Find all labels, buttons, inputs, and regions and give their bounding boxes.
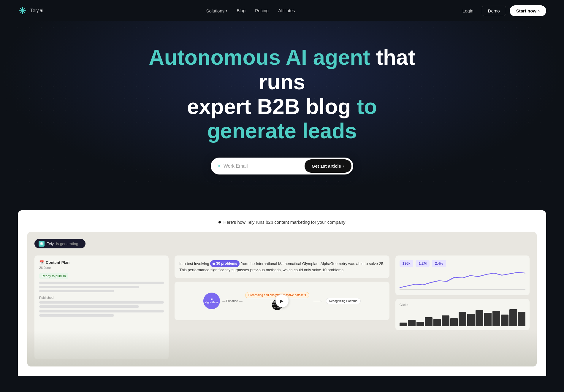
start-now-button[interactable]: Start now › — [510, 5, 546, 16]
charts-panel: 136k 1.2M 2.4% Clicks — [395, 255, 530, 359]
skeleton-lines-1 — [39, 282, 164, 292]
highlight-badge: 30 problems — [210, 260, 240, 267]
affiliates-link[interactable]: Affiliates — [278, 8, 295, 13]
clicks-chart: Clicks — [395, 299, 530, 330]
nav-links: Solutions ▾ Blog Pricing Affiliates — [206, 8, 295, 13]
hero-section: Autonomous AI agent that runs expert B2B… — [0, 21, 564, 192]
svg-point-4 — [22, 10, 23, 12]
flow-diagram: ▶ AI algorithms — Enhance —› Processing … — [175, 282, 389, 320]
email-form: ✳ Get 1st article › — [211, 158, 353, 174]
tely-badge: Tely is generating... — [34, 239, 85, 248]
skeleton-lines-2 — [39, 301, 164, 308]
solutions-menu[interactable]: Solutions ▾ — [206, 8, 227, 13]
flow-arrow-icon: ——› — [312, 299, 324, 303]
navigation: Tely.ai Solutions ▾ Blog Pricing Affilia… — [0, 0, 564, 21]
play-icon: ▶ — [280, 299, 283, 303]
chevron-down-icon: ▾ — [226, 9, 227, 12]
tely-logo-icon — [39, 241, 45, 247]
demo-content-area: Tely is generating... 📅 Content Plan 26 … — [27, 232, 537, 366]
calendar-icon: 📅 — [39, 260, 44, 265]
logo-text: Tely.ai — [30, 8, 43, 13]
arrow-right-icon: › — [343, 164, 344, 169]
login-button[interactable]: Login — [458, 6, 478, 16]
get-article-button[interactable]: Get 1st article › — [305, 159, 351, 173]
nav-actions: Login Demo Start now › — [458, 5, 546, 16]
demo-button[interactable]: Demo — [482, 6, 506, 16]
dot-icon — [218, 221, 221, 223]
flow-node-ai: AI algorithms — [203, 293, 220, 309]
article-text-block: In a test involving 30 problems from the… — [175, 255, 389, 278]
blog-link[interactable]: Blog — [237, 8, 245, 13]
ready-to-publish-badge: Ready to publish — [39, 273, 68, 279]
content-plan-header: 📅 Content Plan — [39, 260, 164, 265]
pricing-link[interactable]: Pricing — [255, 8, 269, 13]
asterisk-icon: ✳ — [217, 163, 221, 169]
article-panel: In a test involving 30 problems from the… — [175, 255, 389, 359]
line-chart — [400, 270, 525, 291]
bar-chart — [400, 308, 525, 326]
recognizing-tag: Recognizing Patterns — [326, 298, 361, 304]
content-plan-panel: 📅 Content Plan 26 June Ready to publish … — [34, 255, 169, 359]
demo-subtitle: Here's how Tely runs b2b content marketi… — [27, 220, 537, 225]
play-button[interactable]: ▶ — [275, 294, 289, 307]
skeleton-lines-3 — [39, 310, 164, 317]
stats-chart: 136k 1.2M 2.4% — [395, 255, 530, 295]
stat-136k: 136k — [400, 260, 414, 267]
demo-section: Here's how Tely runs b2b content marketi… — [18, 210, 546, 376]
logo-link[interactable]: Tely.ai — [18, 6, 43, 15]
arrow-icon: › — [538, 8, 540, 13]
demo-panels: 📅 Content Plan 26 June Ready to publish … — [34, 255, 530, 359]
email-input[interactable] — [224, 164, 305, 169]
stat-1-2m: 1.2M — [416, 260, 430, 267]
hero-title: Autonomous AI agent that runs expert B2B… — [148, 45, 416, 143]
chart-stats: 136k 1.2M 2.4% — [400, 260, 525, 267]
stat-2-4pct: 2.4% — [432, 260, 446, 267]
